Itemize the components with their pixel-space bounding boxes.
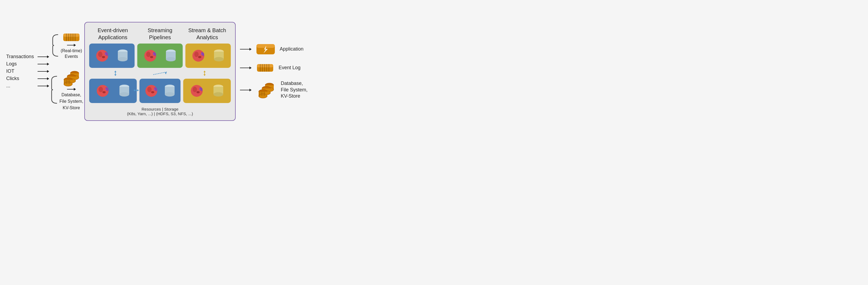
output-row-event-log: Event Log — [240, 62, 308, 74]
resources-label: Resources | Storage (K8s, Yarn, ...) | (… — [89, 107, 231, 116]
input-labels-section: Transactions Logs IOT Clicks — [6, 54, 49, 89]
col-header-analytics: Stream & BatchAnalytics — [186, 27, 229, 41]
iot-label: IOT — [6, 68, 36, 74]
output-section: Application Event Log — [240, 43, 308, 100]
svg-point-37 — [198, 56, 201, 58]
input-row-transactions: Transactions — [6, 54, 49, 59]
svg-marker-48 — [204, 74, 206, 76]
svg-point-55 — [119, 92, 129, 96]
svg-point-67 — [193, 87, 197, 92]
application-icon — [256, 43, 275, 55]
cell-analytics-bottom — [183, 79, 231, 103]
svg-point-69 — [196, 91, 200, 93]
svg-point-33 — [166, 57, 176, 61]
top-brace-icon — [51, 33, 59, 58]
main-flink-container: Event-drivenApplications Streaming Pipel… — [84, 22, 236, 121]
svg-point-35 — [194, 52, 198, 57]
output-row-application: Application — [240, 43, 308, 55]
brace-icons-section: (Real-time) Events — [50, 31, 83, 111]
svg-marker-43 — [114, 74, 117, 76]
flink-logo-6 — [190, 84, 204, 97]
bottom-cells-row — [89, 79, 231, 103]
svg-point-72 — [214, 92, 223, 96]
cell-event-driven-top — [89, 44, 134, 68]
cell-analytics-top — [185, 44, 231, 68]
svg-point-26 — [118, 57, 128, 61]
bottom-brace-icon — [50, 75, 58, 105]
svg-point-52 — [102, 91, 106, 93]
v-bidirectional-arrow-3 — [203, 70, 207, 76]
svg-rect-1 — [63, 33, 80, 37]
svg-point-28 — [146, 52, 151, 57]
svg-marker-64 — [133, 89, 135, 91]
cell-event-driven-bottom — [89, 79, 137, 103]
svg-point-23 — [102, 56, 105, 58]
svg-marker-65 — [137, 89, 139, 91]
output-row-database: Database, File System, KV-Store — [240, 80, 308, 100]
event-log-icon-output — [256, 62, 274, 74]
event-log-label: Event Log — [279, 65, 301, 71]
col-header-streaming: Streaming Pipelines — [138, 27, 182, 41]
db-cylinder-2 — [165, 49, 177, 62]
db-label-left: Database, File System, KV-Store — [59, 92, 83, 111]
db-label-output: Database, File System, KV-Store — [281, 80, 308, 99]
svg-point-57 — [147, 87, 152, 92]
input-row-clicks: Clicks — [6, 76, 49, 81]
svg-point-50 — [99, 87, 103, 92]
database-stack-output — [256, 80, 276, 100]
input-row-etc: ... — [6, 83, 49, 89]
diagonal-arrow — [152, 70, 168, 76]
flink-logo-5 — [145, 84, 158, 97]
clicks-label: Clicks — [6, 76, 36, 81]
flink-logo-3 — [192, 49, 205, 62]
etc-label: ... — [6, 83, 36, 89]
svg-marker-47 — [204, 70, 206, 72]
flink-logo-1 — [95, 49, 109, 62]
svg-rect-76 — [257, 64, 273, 67]
logs-label: Logs — [6, 61, 36, 67]
column-headers: Event-drivenApplications Streaming Pipel… — [89, 27, 231, 41]
svg-line-44 — [153, 72, 167, 75]
top-cells-row — [89, 44, 231, 68]
db-cylinder-5 — [164, 84, 176, 97]
svg-point-21 — [98, 52, 102, 57]
flink-logo-2 — [144, 49, 157, 62]
cell-streaming-top — [137, 44, 183, 68]
database-stack-left — [61, 68, 82, 88]
inter-row-arrows — [89, 70, 231, 76]
flink-logo-4 — [96, 84, 110, 97]
svg-marker-42 — [114, 70, 117, 72]
event-log-icon-left-top — [62, 31, 81, 47]
h-bidirectional-arrow-left — [133, 88, 139, 92]
svg-point-40 — [214, 57, 224, 61]
cell-streaming-bottom — [140, 79, 181, 103]
db-cylinder-1 — [117, 49, 129, 62]
architecture-diagram: Transactions Logs IOT Clicks — [6, 22, 428, 121]
db-cylinder-4 — [118, 84, 130, 97]
db-cylinder-6-yellow — [212, 84, 224, 97]
event-log-cylinder-top — [62, 31, 81, 43]
db-cylinder-3-yellow — [213, 49, 225, 62]
real-time-events-label: (Real-time) Events — [61, 48, 82, 59]
input-row-iot: IOT — [6, 68, 49, 74]
svg-point-30 — [150, 56, 153, 58]
application-label: Application — [280, 46, 304, 52]
svg-point-62 — [165, 92, 175, 96]
v-bidirectional-arrow-1 — [113, 70, 118, 76]
col-header-event-driven: Event-drivenApplications — [91, 27, 134, 41]
svg-point-59 — [151, 91, 154, 93]
transactions-label: Transactions — [6, 54, 36, 59]
input-row-logs: Logs — [6, 61, 49, 67]
